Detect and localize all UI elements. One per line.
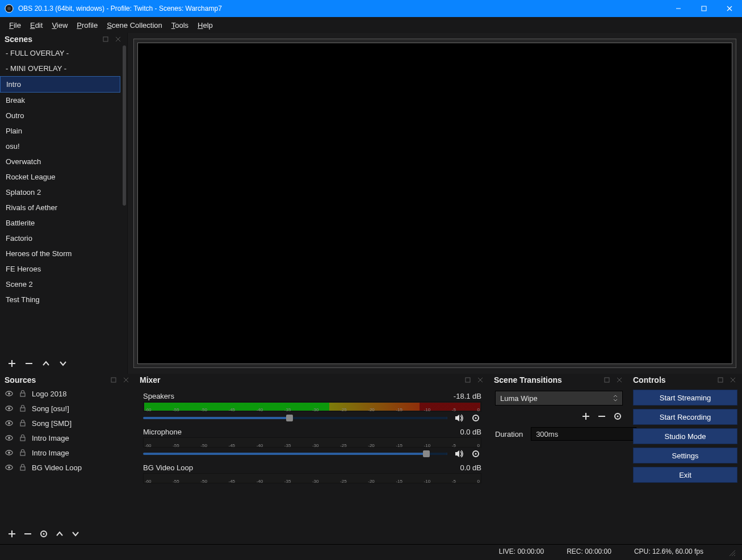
scene-item[interactable]: FE Heroes (0, 261, 120, 277)
control-button-start-recording[interactable]: Start Recording (633, 409, 737, 425)
control-button-start-streaming[interactable]: Start Streaming (633, 390, 737, 406)
close-icon[interactable] (121, 375, 131, 385)
source-item[interactable]: Intro Image (0, 431, 135, 445)
source-item[interactable]: Song [osu!] (0, 401, 135, 416)
scene-item[interactable]: osu! (0, 139, 120, 154)
scene-item[interactable]: Factorio (0, 231, 120, 246)
eye-icon[interactable] (5, 448, 14, 457)
scene-item[interactable]: Rivals of Aether (0, 200, 120, 215)
preview-canvas[interactable] (137, 43, 732, 364)
transitions-panel: Scene Transitions Luma Wipe Duration (489, 374, 628, 544)
lock-icon[interactable] (18, 404, 27, 413)
remove-source-button[interactable] (23, 529, 33, 539)
scene-item[interactable]: Outro (0, 108, 120, 123)
remove-scene-button[interactable] (24, 358, 34, 369)
menu-view[interactable]: View (47, 19, 72, 32)
mixer-body: Speakers-18.1 dB-60-55-50-45-40-35-30-25… (135, 386, 489, 544)
eye-icon[interactable] (5, 389, 14, 398)
eye-icon[interactable] (5, 463, 14, 472)
scene-item[interactable]: Battlerite (0, 215, 120, 231)
scene-item[interactable]: Test Thing (0, 292, 120, 307)
lock-icon[interactable] (18, 448, 27, 457)
add-source-button[interactable] (7, 529, 17, 539)
maximize-button[interactable] (691, 0, 716, 17)
resize-grip-icon[interactable] (726, 547, 735, 556)
transition-select[interactable]: Luma Wipe (495, 391, 623, 406)
control-button-exit[interactable]: Exit (633, 467, 737, 483)
popout-icon[interactable] (602, 375, 611, 385)
move-scene-up-button[interactable] (41, 358, 51, 369)
eye-icon[interactable] (5, 419, 14, 428)
menu-edit[interactable]: Edit (26, 19, 47, 32)
mixer-track: Speakers-18.1 dB-60-55-50-45-40-35-30-25… (143, 391, 481, 424)
close-icon[interactable] (615, 375, 624, 385)
popout-icon[interactable] (716, 375, 725, 385)
control-button-settings[interactable]: Settings (633, 448, 737, 463)
sources-list[interactable]: Logo 2018Song [osu!]Song [SMD]Intro Imag… (0, 386, 135, 524)
source-item[interactable]: Logo 2018 (0, 386, 135, 401)
scene-item[interactable]: Break (0, 93, 120, 108)
source-item[interactable]: BG Video Loop (0, 460, 135, 475)
app-icon (3, 3, 15, 14)
scene-item[interactable]: - FULL OVERLAY - (0, 45, 120, 61)
scene-list[interactable]: - FULL OVERLAY -- MINI OVERLAY -IntroBre… (0, 45, 127, 353)
popout-icon[interactable] (463, 375, 472, 385)
eye-icon[interactable] (5, 404, 14, 413)
scene-item[interactable]: Intro (0, 76, 120, 93)
scene-item[interactable]: Scene 2 (0, 277, 120, 292)
scenes-panel-title: Scenes (5, 35, 32, 44)
source-item[interactable]: Intro Image (0, 445, 135, 460)
close-icon[interactable] (728, 375, 737, 385)
audio-meter: -60-55-50-45-40-35-30-25-20-15-10-50 (143, 473, 481, 483)
track-db: 0.0 dB (460, 428, 481, 436)
eye-icon[interactable] (5, 433, 14, 442)
close-icon[interactable] (114, 35, 123, 44)
menu-tools[interactable]: Tools (167, 19, 193, 32)
add-scene-button[interactable] (7, 358, 17, 369)
source-item[interactable]: Song [SMD] (0, 416, 135, 431)
add-transition-button[interactable] (581, 411, 591, 421)
scene-item[interactable]: Plain (0, 123, 120, 139)
duration-input[interactable] (531, 427, 636, 441)
gear-icon[interactable] (470, 448, 481, 459)
scene-item[interactable]: Splatoon 2 (0, 185, 120, 200)
track-name: Speakers (143, 392, 174, 400)
close-icon[interactable] (476, 375, 485, 385)
svg-point-44 (475, 453, 477, 455)
svg-point-31 (8, 466, 10, 469)
volume-slider[interactable] (143, 453, 447, 455)
svg-line-58 (734, 555, 735, 556)
source-settings-button[interactable] (39, 529, 49, 539)
svg-point-25 (8, 437, 10, 439)
move-source-down-button[interactable] (70, 529, 81, 539)
remove-transition-button[interactable] (597, 411, 607, 421)
transition-settings-button[interactable] (613, 411, 623, 421)
gear-icon[interactable] (470, 412, 481, 424)
scene-item[interactable]: Heroes of the Storm (0, 246, 120, 261)
move-scene-down-button[interactable] (58, 358, 68, 369)
lock-icon[interactable] (18, 433, 27, 442)
menu-file[interactable]: File (5, 19, 26, 32)
scene-item[interactable]: - MINI OVERLAY - (0, 61, 120, 76)
lock-icon[interactable] (18, 419, 27, 428)
menu-scene-collection[interactable]: Scene Collection (102, 19, 167, 32)
control-button-studio-mode[interactable]: Studio Mode (633, 428, 737, 444)
track-name: BG Video Loop (143, 463, 193, 472)
menu-help[interactable]: Help (193, 19, 217, 32)
speaker-icon[interactable] (453, 448, 464, 459)
scene-item[interactable]: Overwatch (0, 154, 120, 169)
popout-icon[interactable] (101, 35, 110, 44)
mixer-panel: Mixer Speakers-18.1 dB-60-55-50-45-40-35… (135, 374, 489, 544)
sources-panel: Sources Logo 2018Song [osu!]Song [SMD]In… (0, 374, 135, 544)
lock-icon[interactable] (18, 463, 27, 472)
speaker-icon[interactable] (453, 412, 464, 424)
close-button[interactable] (716, 0, 742, 17)
volume-slider[interactable] (143, 417, 447, 419)
scene-item[interactable]: Rocket League (0, 169, 120, 185)
move-source-up-button[interactable] (55, 529, 65, 539)
menu-profile[interactable]: Profile (72, 19, 102, 32)
lock-icon[interactable] (18, 389, 27, 398)
svg-point-16 (8, 392, 10, 395)
minimize-button[interactable] (665, 0, 691, 17)
popout-icon[interactable] (109, 375, 118, 385)
